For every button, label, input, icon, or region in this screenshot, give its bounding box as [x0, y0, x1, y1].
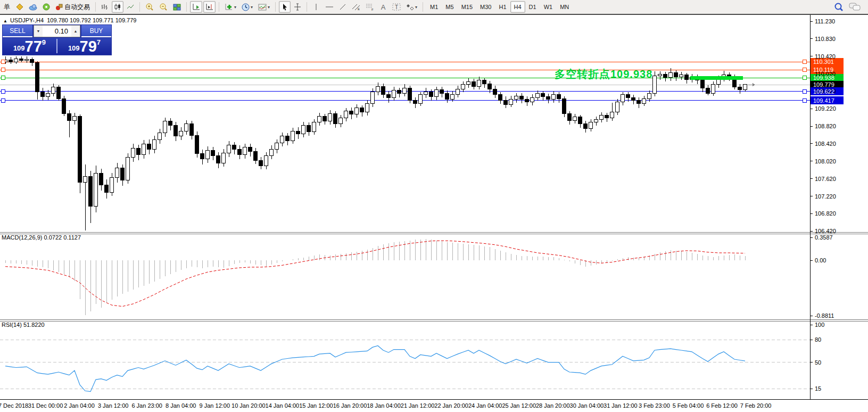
- horizontal-line-tool[interactable]: [323, 1, 336, 13]
- svg-text:5 Feb 04:00: 5 Feb 04:00: [673, 402, 704, 409]
- svg-text:25 Jan 12:00: 25 Jan 12:00: [502, 402, 536, 409]
- volume-decrease-button[interactable]: ▼: [34, 26, 43, 37]
- timeframe-h4[interactable]: H4: [510, 1, 525, 13]
- sell-price-sup: 9: [42, 38, 46, 46]
- svg-text:109.220: 109.220: [815, 105, 836, 112]
- timeframe-m5[interactable]: M5: [442, 1, 457, 13]
- channel-tool[interactable]: E: [350, 1, 362, 13]
- crosshair-tool[interactable]: [292, 1, 303, 13]
- pivot-annotation[interactable]: 多空转折点109.938: [555, 67, 652, 81]
- market-icon[interactable]: [27, 1, 39, 13]
- chevron-down-icon: ▾: [234, 5, 236, 10]
- chat-icon[interactable]: [849, 3, 861, 11]
- svg-text:16 Jan 20:00: 16 Jan 20:00: [333, 402, 367, 409]
- svg-text:31 Jan 12:00: 31 Jan 12:00: [604, 402, 638, 409]
- auto-scroll-icon[interactable]: [190, 1, 202, 13]
- svg-text:27 Dec 2018: 27 Dec 2018: [0, 402, 28, 409]
- zoom-out-icon[interactable]: [157, 1, 170, 13]
- autotrade-button[interactable]: 自动交易: [53, 1, 92, 13]
- svg-text:31 Dec 00:00: 31 Dec 00:00: [28, 402, 63, 409]
- templates-button[interactable]: ▾: [256, 1, 272, 13]
- macd-indicator-label: MACD(12,26,9) 0.0722 0.1127: [2, 234, 81, 241]
- chart-title: ▲USDJPY-,H4 109.780 109.792 109.771 109.…: [3, 17, 136, 23]
- svg-text:-0.8811: -0.8811: [815, 312, 834, 319]
- svg-text:108.820: 108.820: [815, 123, 836, 129]
- ohlc-close: 109.779: [115, 17, 137, 23]
- timeframe-m15[interactable]: M15: [458, 1, 476, 13]
- buy-price-prefix: 109: [68, 44, 80, 52]
- zoom-in-icon[interactable]: [143, 1, 156, 13]
- timeframe-bar: M1M5M15M30H1H4D1W1MN: [426, 1, 573, 13]
- svg-text:15: 15: [815, 385, 821, 392]
- svg-text:110.119: 110.119: [813, 67, 833, 73]
- volume-value[interactable]: 0.10: [43, 26, 71, 37]
- separator: [186, 2, 187, 12]
- svg-text:0.00: 0.00: [815, 257, 826, 263]
- cursor-tool[interactable]: [279, 1, 291, 13]
- new-order-button[interactable]: 单: [1, 1, 13, 13]
- one-click-trading-panel: SELL ▼ 0.10 ▲ BUY 109779 109797: [2, 24, 112, 55]
- vertical-line-tool[interactable]: [310, 1, 322, 13]
- svg-text:100: 100: [815, 322, 824, 328]
- timeframe-m30[interactable]: M30: [476, 1, 495, 13]
- svg-text:107.620: 107.620: [815, 176, 836, 182]
- svg-text:8 Jan 04:00: 8 Jan 04:00: [166, 402, 196, 409]
- signals-icon[interactable]: [40, 1, 52, 13]
- tile-windows-icon[interactable]: [171, 1, 183, 13]
- svg-text:24 Jan 04:00: 24 Jan 04:00: [468, 402, 502, 409]
- ohlc-low: 109.771: [93, 17, 114, 23]
- buy-price-big: 79: [80, 39, 97, 53]
- buy-price[interactable]: 109797: [57, 38, 111, 54]
- svg-text:0.3587: 0.3587: [815, 234, 833, 241]
- timeframe-w1[interactable]: W1: [540, 1, 557, 13]
- search-icon[interactable]: [834, 2, 844, 12]
- chart-canvas[interactable]: 111.230110.830110.420110.020109.620109.2…: [0, 14, 868, 412]
- volume-increase-button[interactable]: ▲: [71, 26, 80, 37]
- svg-text:80: 80: [815, 336, 821, 343]
- svg-text:28 Jan 20:00: 28 Jan 20:00: [536, 402, 570, 409]
- svg-text:7 Feb 20:00: 7 Feb 20:00: [740, 402, 772, 409]
- sell-price[interactable]: 109779: [3, 38, 56, 54]
- svg-text:106.420: 106.420: [815, 228, 836, 234]
- add-indicator-button[interactable]: ▾: [222, 1, 238, 13]
- separator: [275, 2, 276, 12]
- svg-text:22 Jan 20:00: 22 Jan 20:00: [434, 402, 468, 409]
- autotrade-label: 自动交易: [64, 3, 90, 12]
- timeframe-h1[interactable]: H1: [495, 1, 510, 13]
- bar-chart-icon[interactable]: [99, 1, 111, 13]
- timeframe-d1[interactable]: D1: [525, 1, 540, 13]
- svg-text:3 Jan 12:00: 3 Jan 12:00: [98, 402, 129, 409]
- trendline-tool[interactable]: [337, 1, 349, 13]
- timeframe-m1[interactable]: M1: [426, 1, 442, 13]
- symbol-period: USDJPY-,H4: [10, 17, 44, 23]
- svg-text:6 Feb 12:00: 6 Feb 12:00: [706, 402, 738, 409]
- svg-text:14 Jan 04:00: 14 Jan 04:00: [266, 402, 300, 409]
- separator: [307, 2, 307, 12]
- periods-button[interactable]: ▾: [239, 1, 255, 13]
- candle-chart-icon[interactable]: [112, 1, 123, 13]
- buy-button[interactable]: BUY: [81, 25, 111, 37]
- autotrade-icon: [55, 3, 63, 11]
- volume-stepper: ▼ 0.10 ▲: [34, 25, 80, 37]
- svg-text:21 Jan 12:00: 21 Jan 12:00: [401, 402, 435, 409]
- label-tool[interactable]: T: [390, 1, 403, 13]
- line-chart-icon[interactable]: [125, 1, 136, 13]
- chevron-down-icon: ▾: [251, 5, 253, 10]
- sell-button[interactable]: SELL: [3, 25, 32, 37]
- separator: [219, 2, 219, 12]
- styler-icon[interactable]: [14, 1, 26, 13]
- fibonacci-tool[interactable]: F: [363, 1, 376, 13]
- collapse-panel-icon[interactable]: ▲: [3, 19, 7, 23]
- svg-text:109.779: 109.779: [813, 81, 834, 88]
- chevron-down-icon: ▾: [415, 5, 417, 10]
- text-tool[interactable]: A: [377, 1, 389, 13]
- separator: [423, 2, 423, 12]
- arrows-tool[interactable]: ▾: [404, 1, 419, 13]
- svg-text:109.938: 109.938: [813, 75, 834, 81]
- svg-text:109.622: 109.622: [813, 88, 834, 95]
- svg-text:107.220: 107.220: [815, 193, 836, 200]
- svg-text:T: T: [395, 4, 398, 10]
- toolbar: 单 自动交易 ▾ ▾ ▾ E F A T ▾ M1M5M15M30H1H4D1W…: [0, 0, 868, 14]
- chart-shift-icon[interactable]: [203, 1, 216, 13]
- timeframe-mn[interactable]: MN: [556, 1, 573, 13]
